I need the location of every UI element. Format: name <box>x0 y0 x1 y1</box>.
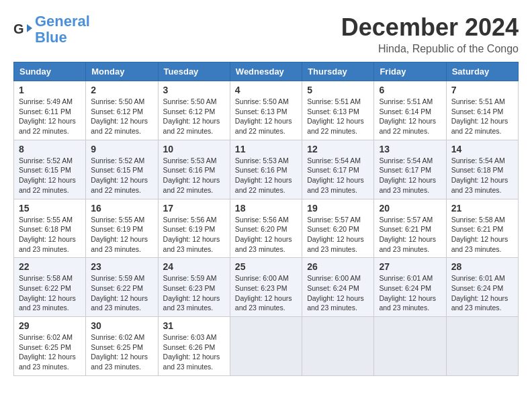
day-info: Sunrise: 5:53 AMSunset: 6:16 PMDaylight:… <box>163 156 220 194</box>
day-number: 10 <box>163 144 225 154</box>
calendar-cell: 1 Sunrise: 5:49 AMSunset: 6:11 PMDayligh… <box>14 81 86 140</box>
calendar-cell: 2 Sunrise: 5:50 AMSunset: 6:12 PMDayligh… <box>86 81 158 140</box>
day-info: Sunrise: 5:59 AMSunset: 6:22 PMDaylight:… <box>91 274 148 312</box>
weekday-header-wednesday: Wednesday <box>230 62 302 81</box>
calendar-cell: 6 Sunrise: 5:51 AMSunset: 6:14 PMDayligh… <box>374 81 446 140</box>
day-info: Sunrise: 5:54 AMSunset: 6:17 PMDaylight:… <box>379 156 436 194</box>
day-number: 22 <box>19 261 81 272</box>
day-info: Sunrise: 5:50 AMSunset: 6:12 PMDaylight:… <box>163 97 220 135</box>
logo-text: General Blue <box>35 13 90 46</box>
calendar-week-row: 8 Sunrise: 5:52 AMSunset: 6:15 PMDayligh… <box>14 140 519 199</box>
day-info: Sunrise: 5:58 AMSunset: 6:21 PMDaylight:… <box>451 216 508 253</box>
calendar-cell: 5 Sunrise: 5:51 AMSunset: 6:13 PMDayligh… <box>302 81 374 140</box>
calendar-cell: 10 Sunrise: 5:53 AMSunset: 6:16 PMDaylig… <box>158 140 230 199</box>
day-info: Sunrise: 5:51 AMSunset: 6:13 PMDaylight:… <box>307 97 364 135</box>
calendar-cell: 27 Sunrise: 6:01 AMSunset: 6:24 PMDaylig… <box>374 258 446 317</box>
calendar-cell: 11 Sunrise: 5:53 AMSunset: 6:16 PMDaylig… <box>230 140 302 199</box>
day-info: Sunrise: 6:02 AMSunset: 6:25 PMDaylight:… <box>91 333 148 371</box>
weekday-header-tuesday: Tuesday <box>158 62 230 81</box>
day-info: Sunrise: 5:51 AMSunset: 6:14 PMDaylight:… <box>379 97 436 135</box>
day-info: Sunrise: 5:54 AMSunset: 6:18 PMDaylight:… <box>451 156 508 194</box>
day-number: 28 <box>451 261 513 272</box>
day-number: 30 <box>91 320 152 331</box>
day-info: Sunrise: 5:57 AMSunset: 6:20 PMDaylight:… <box>307 216 364 253</box>
day-number: 20 <box>379 203 441 214</box>
day-number: 7 <box>451 85 513 95</box>
day-info: Sunrise: 5:58 AMSunset: 6:22 PMDaylight:… <box>19 274 76 312</box>
day-info: Sunrise: 6:00 AMSunset: 6:24 PMDaylight:… <box>307 274 364 312</box>
day-number: 8 <box>19 144 81 154</box>
day-info: Sunrise: 6:01 AMSunset: 6:24 PMDaylight:… <box>379 274 436 312</box>
day-info: Sunrise: 5:56 AMSunset: 6:20 PMDaylight:… <box>235 216 292 253</box>
calendar-week-row: 1 Sunrise: 5:49 AMSunset: 6:11 PMDayligh… <box>14 81 519 140</box>
calendar-cell: 15 Sunrise: 5:55 AMSunset: 6:18 PMDaylig… <box>14 199 86 258</box>
day-info: Sunrise: 5:50 AMSunset: 6:12 PMDaylight:… <box>91 97 148 135</box>
calendar-week-row: 29 Sunrise: 6:02 AMSunset: 6:25 PMDaylig… <box>14 317 519 376</box>
calendar-cell <box>230 317 302 376</box>
day-number: 16 <box>91 203 152 214</box>
calendar-cell: 28 Sunrise: 6:01 AMSunset: 6:24 PMDaylig… <box>446 258 518 317</box>
day-info: Sunrise: 5:50 AMSunset: 6:13 PMDaylight:… <box>235 97 292 135</box>
calendar-cell: 13 Sunrise: 5:54 AMSunset: 6:17 PMDaylig… <box>374 140 446 199</box>
day-number: 12 <box>307 144 369 154</box>
day-number: 26 <box>307 261 369 272</box>
day-number: 2 <box>91 85 152 95</box>
day-info: Sunrise: 5:57 AMSunset: 6:21 PMDaylight:… <box>379 216 436 253</box>
calendar-cell: 4 Sunrise: 5:50 AMSunset: 6:13 PMDayligh… <box>230 81 302 140</box>
day-info: Sunrise: 6:01 AMSunset: 6:24 PMDaylight:… <box>451 274 508 312</box>
calendar-cell: 8 Sunrise: 5:52 AMSunset: 6:15 PMDayligh… <box>14 140 86 199</box>
location-title: Hinda, Republic of the Congo <box>341 43 519 55</box>
day-info: Sunrise: 5:56 AMSunset: 6:19 PMDaylight:… <box>163 216 220 253</box>
calendar-cell: 30 Sunrise: 6:02 AMSunset: 6:25 PMDaylig… <box>86 317 158 376</box>
day-number: 29 <box>19 320 81 331</box>
calendar-cell: 24 Sunrise: 5:59 AMSunset: 6:23 PMDaylig… <box>158 258 230 317</box>
day-number: 6 <box>379 85 441 95</box>
day-number: 3 <box>163 85 225 95</box>
weekday-header-row: SundayMondayTuesdayWednesdayThursdayFrid… <box>14 62 519 81</box>
day-number: 11 <box>235 144 297 154</box>
page-header: G General Blue December 2024 Hinda, Repu… <box>13 13 519 55</box>
logo-icon: G <box>13 21 32 38</box>
weekday-header-thursday: Thursday <box>302 62 374 81</box>
calendar-cell <box>302 317 374 376</box>
svg-marker-1 <box>27 24 32 32</box>
day-number: 9 <box>91 144 152 154</box>
calendar-table: SundayMondayTuesdayWednesdayThursdayFrid… <box>13 62 519 376</box>
day-info: Sunrise: 5:52 AMSunset: 6:15 PMDaylight:… <box>91 156 148 194</box>
weekday-header-sunday: Sunday <box>14 62 86 81</box>
day-info: Sunrise: 6:02 AMSunset: 6:25 PMDaylight:… <box>19 333 76 371</box>
day-number: 15 <box>19 203 81 214</box>
day-number: 21 <box>451 203 513 214</box>
day-number: 18 <box>235 203 297 214</box>
day-number: 13 <box>379 144 441 154</box>
calendar-cell: 17 Sunrise: 5:56 AMSunset: 6:19 PMDaylig… <box>158 199 230 258</box>
weekday-header-saturday: Saturday <box>446 62 518 81</box>
title-block: December 2024 Hinda, Republic of the Con… <box>341 13 519 55</box>
day-number: 24 <box>163 261 225 272</box>
day-info: Sunrise: 6:00 AMSunset: 6:23 PMDaylight:… <box>235 274 292 312</box>
calendar-cell: 31 Sunrise: 6:03 AMSunset: 6:26 PMDaylig… <box>158 317 230 376</box>
calendar-cell: 21 Sunrise: 5:58 AMSunset: 6:21 PMDaylig… <box>446 199 518 258</box>
calendar-cell <box>446 317 518 376</box>
weekday-header-monday: Monday <box>86 62 158 81</box>
day-number: 4 <box>235 85 297 95</box>
calendar-cell <box>374 317 446 376</box>
calendar-cell: 18 Sunrise: 5:56 AMSunset: 6:20 PMDaylig… <box>230 199 302 258</box>
day-number: 1 <box>19 85 81 95</box>
day-info: Sunrise: 5:55 AMSunset: 6:19 PMDaylight:… <box>91 216 148 253</box>
day-info: Sunrise: 5:55 AMSunset: 6:18 PMDaylight:… <box>19 216 76 253</box>
day-number: 31 <box>163 320 225 331</box>
day-info: Sunrise: 5:49 AMSunset: 6:11 PMDaylight:… <box>19 97 76 135</box>
calendar-cell: 23 Sunrise: 5:59 AMSunset: 6:22 PMDaylig… <box>86 258 158 317</box>
day-number: 17 <box>163 203 225 214</box>
weekday-header-friday: Friday <box>374 62 446 81</box>
calendar-cell: 26 Sunrise: 6:00 AMSunset: 6:24 PMDaylig… <box>302 258 374 317</box>
svg-text:G: G <box>13 21 24 36</box>
calendar-cell: 3 Sunrise: 5:50 AMSunset: 6:12 PMDayligh… <box>158 81 230 140</box>
day-number: 5 <box>307 85 369 95</box>
day-number: 25 <box>235 261 297 272</box>
calendar-week-row: 15 Sunrise: 5:55 AMSunset: 6:18 PMDaylig… <box>14 199 519 258</box>
calendar-cell: 7 Sunrise: 5:51 AMSunset: 6:14 PMDayligh… <box>446 81 518 140</box>
day-info: Sunrise: 5:54 AMSunset: 6:17 PMDaylight:… <box>307 156 364 194</box>
calendar-cell: 12 Sunrise: 5:54 AMSunset: 6:17 PMDaylig… <box>302 140 374 199</box>
